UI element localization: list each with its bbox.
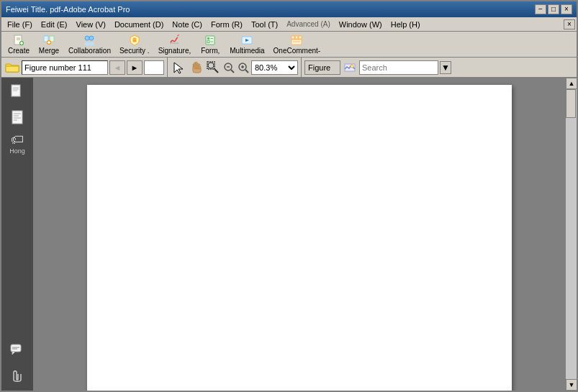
create-icon bbox=[13, 35, 24, 46]
svg-line-42 bbox=[231, 70, 234, 73]
main-area: 🏷 Hong bbox=[1, 78, 577, 391]
minimize-button[interactable]: − bbox=[535, 4, 546, 14]
menu-note[interactable]: Note (C) bbox=[168, 19, 207, 30]
svg-rect-26 bbox=[295, 36, 298, 39]
separator-1 bbox=[167, 58, 168, 78]
sidebar-hong-button[interactable]: 🏷 Hong bbox=[3, 132, 32, 155]
svg-rect-53 bbox=[12, 111, 22, 124]
svg-rect-35 bbox=[197, 63, 199, 69]
nav-toolbar: ◄ ► bbox=[1, 58, 577, 78]
page-input[interactable] bbox=[22, 60, 108, 75]
collaboration-button[interactable]: Collaboration bbox=[65, 34, 114, 55]
hong-icon: 🏷 bbox=[11, 132, 24, 147]
page-color-swatch bbox=[144, 60, 164, 75]
svg-rect-30 bbox=[6, 66, 19, 72]
security-icon bbox=[129, 35, 140, 46]
sidebar-attachments-button[interactable] bbox=[6, 365, 29, 388]
svg-point-39 bbox=[208, 63, 214, 68]
nav-next-button[interactable]: ► bbox=[127, 60, 143, 75]
menu-file[interactable]: File (F) bbox=[3, 19, 37, 30]
figure-icon bbox=[342, 60, 358, 76]
scrollbar-vertical: ▲ ▼ bbox=[565, 78, 577, 391]
separator-2 bbox=[301, 58, 302, 78]
hong-label: Hong bbox=[3, 147, 32, 155]
window-controls: − □ × bbox=[535, 4, 572, 14]
figure-label: Figure bbox=[304, 60, 340, 75]
security-label: Security . bbox=[119, 47, 150, 55]
close-button[interactable]: × bbox=[561, 4, 572, 14]
svg-point-14 bbox=[89, 42, 94, 45]
collaboration-label: Collaboration bbox=[68, 47, 111, 55]
maximize-button[interactable]: □ bbox=[548, 4, 559, 14]
folder-icon bbox=[4, 60, 20, 76]
app-window: Feiwei Title. pdf-Adobe Acrobat Pro − □ … bbox=[0, 0, 578, 392]
comment-button[interactable]: OneComment- bbox=[270, 34, 325, 55]
create-label: Create bbox=[8, 47, 30, 55]
svg-rect-19 bbox=[207, 37, 209, 40]
menu-tool[interactable]: Tool (T) bbox=[247, 19, 282, 30]
pdf-page bbox=[87, 85, 512, 391]
window-title: Feiwei Title. pdf-Adobe Acrobat Pro bbox=[6, 5, 130, 14]
svg-rect-58 bbox=[11, 345, 21, 352]
pdf-area bbox=[33, 78, 565, 391]
menu-close-button[interactable]: × bbox=[564, 19, 575, 29]
menu-form[interactable]: Form (R) bbox=[207, 19, 247, 30]
svg-rect-17 bbox=[177, 35, 179, 37]
zoom-select-button[interactable] bbox=[205, 60, 221, 76]
left-sidebar: 🏷 Hong bbox=[1, 78, 33, 391]
comment-label: OneComment- bbox=[274, 47, 321, 55]
menu-window[interactable]: Window (W) bbox=[335, 19, 387, 30]
sidebar-pages-button[interactable] bbox=[6, 81, 29, 104]
create-button[interactable]: Create bbox=[4, 34, 33, 55]
main-toolbar: Create Merge bbox=[1, 32, 577, 58]
svg-rect-34 bbox=[196, 62, 197, 69]
svg-rect-25 bbox=[292, 36, 294, 39]
menu-advanced[interactable]: Advanced (A) bbox=[282, 19, 335, 29]
signature-label: Signature, bbox=[158, 47, 191, 55]
merge-button[interactable]: Merge bbox=[35, 34, 63, 55]
multimedia-icon bbox=[241, 35, 253, 46]
title-bar: Feiwei Title. pdf-Adobe Acrobat Pro − □ … bbox=[1, 1, 577, 17]
menu-document[interactable]: Document (D) bbox=[110, 19, 168, 30]
scrollbar-thumb[interactable] bbox=[566, 89, 576, 118]
svg-point-12 bbox=[89, 36, 94, 40]
nav-prev-button[interactable]: ◄ bbox=[109, 60, 125, 75]
svg-line-46 bbox=[245, 70, 248, 73]
menu-bar: File (F) Edit (E) View (V) Document (D) … bbox=[1, 17, 577, 32]
security-button[interactable]: Security . bbox=[116, 34, 153, 55]
zoom-out-button[interactable] bbox=[222, 61, 235, 74]
svg-rect-27 bbox=[299, 36, 302, 39]
menu-edit[interactable]: Edit (E) bbox=[37, 19, 72, 30]
zoom-in-button[interactable] bbox=[237, 61, 250, 74]
cursor-tool-button[interactable] bbox=[171, 60, 186, 76]
svg-marker-31 bbox=[174, 63, 183, 73]
menu-help[interactable]: Help (H) bbox=[387, 19, 425, 30]
scrollbar-up-button[interactable]: ▲ bbox=[566, 78, 577, 89]
multimedia-button[interactable]: Multimedia bbox=[226, 34, 268, 55]
sidebar-comments-button[interactable] bbox=[6, 339, 29, 362]
form-button[interactable]: Form, bbox=[196, 34, 225, 55]
sidebar-bookmarks-button[interactable] bbox=[6, 106, 29, 129]
signature-button[interactable]: Signature, bbox=[155, 34, 195, 55]
zoom-select[interactable]: 80.3% 50% 75% 100% 125% 150% 200% bbox=[251, 60, 298, 75]
svg-rect-36 bbox=[199, 64, 200, 69]
svg-point-11 bbox=[85, 36, 89, 40]
form-icon bbox=[204, 35, 216, 46]
merge-icon bbox=[43, 35, 55, 46]
search-input[interactable] bbox=[359, 60, 438, 75]
search-dropdown-button[interactable]: ▼ bbox=[440, 61, 451, 74]
collaboration-icon bbox=[83, 35, 95, 46]
svg-rect-33 bbox=[194, 63, 196, 69]
form-label: Form, bbox=[201, 47, 220, 55]
svg-point-48 bbox=[351, 65, 353, 68]
menu-view[interactable]: View (V) bbox=[72, 19, 110, 30]
comment-icon bbox=[291, 35, 302, 46]
svg-marker-59 bbox=[12, 352, 15, 355]
merge-label: Merge bbox=[39, 47, 59, 55]
scrollbar-track[interactable] bbox=[566, 89, 577, 379]
svg-line-38 bbox=[215, 69, 218, 73]
svg-rect-15 bbox=[132, 39, 136, 42]
signature-icon bbox=[168, 35, 180, 46]
scrollbar-down-button[interactable]: ▼ bbox=[566, 379, 577, 391]
hand-tool-button[interactable] bbox=[188, 60, 204, 76]
